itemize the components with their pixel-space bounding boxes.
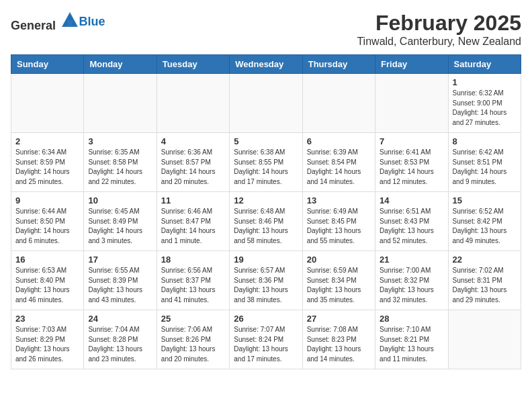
day-info: Sunrise: 6:57 AM Sunset: 8:36 PM Dayligh… (234, 266, 298, 305)
day-info: Sunrise: 6:55 AM Sunset: 8:39 PM Dayligh… (88, 266, 152, 305)
day-info: Sunrise: 7:00 AM Sunset: 8:32 PM Dayligh… (380, 266, 443, 305)
calendar-cell: 26Sunrise: 7:07 AM Sunset: 8:24 PM Dayli… (230, 310, 302, 369)
weekday-header-wednesday: Wednesday (230, 55, 302, 74)
day-info: Sunrise: 6:52 AM Sunset: 8:42 PM Dayligh… (453, 207, 517, 246)
weekday-header-monday: Monday (84, 55, 157, 74)
weekday-header-saturday: Saturday (448, 55, 521, 74)
day-info: Sunrise: 7:03 AM Sunset: 8:29 PM Dayligh… (15, 325, 79, 364)
calendar-cell: 4Sunrise: 6:36 AM Sunset: 8:57 PM Daylig… (157, 133, 229, 192)
calendar-cell: 16Sunrise: 6:53 AM Sunset: 8:40 PM Dayli… (11, 251, 84, 310)
weekday-header-sunday: Sunday (11, 55, 84, 74)
day-info: Sunrise: 7:04 AM Sunset: 8:28 PM Dayligh… (88, 325, 152, 364)
week-row-2: 2Sunrise: 6:34 AM Sunset: 8:59 PM Daylig… (11, 133, 521, 192)
day-info: Sunrise: 6:45 AM Sunset: 8:49 PM Dayligh… (88, 207, 152, 246)
day-info: Sunrise: 7:07 AM Sunset: 8:24 PM Dayligh… (234, 325, 298, 364)
day-number: 28 (380, 314, 443, 324)
day-info: Sunrise: 6:36 AM Sunset: 8:57 PM Dayligh… (161, 148, 225, 187)
day-info: Sunrise: 6:38 AM Sunset: 8:55 PM Dayligh… (234, 148, 298, 187)
day-number: 20 (307, 255, 371, 265)
day-number: 12 (234, 195, 298, 205)
weekday-header-row: SundayMondayTuesdayWednesdayThursdayFrid… (11, 55, 521, 74)
calendar-cell (84, 74, 157, 133)
day-number: 26 (234, 314, 298, 324)
week-row-3: 9Sunrise: 6:44 AM Sunset: 8:50 PM Daylig… (11, 192, 521, 251)
calendar-cell: 20Sunrise: 6:59 AM Sunset: 8:34 PM Dayli… (302, 251, 375, 310)
day-number: 21 (380, 255, 443, 265)
day-number: 25 (161, 314, 225, 324)
main-title: February 2025 (357, 11, 521, 36)
day-number: 6 (307, 136, 371, 146)
logo-icon (60, 11, 79, 30)
calendar-cell: 1Sunrise: 6:32 AM Sunset: 9:00 PM Daylig… (448, 74, 521, 133)
calendar-cell: 6Sunrise: 6:39 AM Sunset: 8:54 PM Daylig… (302, 133, 375, 192)
day-number: 7 (380, 136, 443, 146)
calendar-cell: 25Sunrise: 7:06 AM Sunset: 8:26 PM Dayli… (157, 310, 229, 369)
day-number: 1 (453, 77, 517, 87)
calendar-cell (448, 310, 521, 369)
day-number: 24 (88, 314, 152, 324)
week-row-4: 16Sunrise: 6:53 AM Sunset: 8:40 PM Dayli… (11, 251, 521, 310)
day-info: Sunrise: 6:49 AM Sunset: 8:45 PM Dayligh… (307, 207, 371, 246)
calendar-cell: 2Sunrise: 6:34 AM Sunset: 8:59 PM Daylig… (11, 133, 84, 192)
calendar-cell: 12Sunrise: 6:48 AM Sunset: 8:46 PM Dayli… (230, 192, 302, 251)
logo-general-text: General (11, 19, 56, 32)
calendar-cell: 23Sunrise: 7:03 AM Sunset: 8:29 PM Dayli… (11, 310, 84, 369)
week-row-5: 23Sunrise: 7:03 AM Sunset: 8:29 PM Dayli… (11, 310, 521, 369)
calendar-cell: 5Sunrise: 6:38 AM Sunset: 8:55 PM Daylig… (230, 133, 302, 192)
day-info: Sunrise: 6:46 AM Sunset: 8:47 PM Dayligh… (161, 207, 225, 246)
day-info: Sunrise: 6:41 AM Sunset: 8:53 PM Dayligh… (380, 148, 443, 187)
day-number: 22 (453, 255, 517, 265)
calendar-cell: 11Sunrise: 6:46 AM Sunset: 8:47 PM Dayli… (157, 192, 229, 251)
weekday-header-tuesday: Tuesday (157, 55, 229, 74)
calendar-cell: 10Sunrise: 6:45 AM Sunset: 8:49 PM Dayli… (84, 192, 157, 251)
calendar-cell: 15Sunrise: 6:52 AM Sunset: 8:42 PM Dayli… (448, 192, 521, 251)
logo: General Blue (11, 11, 105, 33)
day-number: 23 (15, 314, 79, 324)
day-info: Sunrise: 6:51 AM Sunset: 8:43 PM Dayligh… (380, 207, 443, 246)
calendar-table: SundayMondayTuesdayWednesdayThursdayFrid… (11, 54, 521, 369)
day-number: 16 (15, 255, 79, 265)
calendar-cell: 24Sunrise: 7:04 AM Sunset: 8:28 PM Dayli… (84, 310, 157, 369)
calendar-cell (157, 74, 229, 133)
calendar-cell: 27Sunrise: 7:08 AM Sunset: 8:23 PM Dayli… (302, 310, 375, 369)
calendar-cell: 7Sunrise: 6:41 AM Sunset: 8:53 PM Daylig… (375, 133, 448, 192)
day-number: 2 (15, 136, 79, 146)
day-number: 17 (88, 255, 152, 265)
day-info: Sunrise: 6:34 AM Sunset: 8:59 PM Dayligh… (15, 148, 79, 187)
calendar-cell: 19Sunrise: 6:57 AM Sunset: 8:36 PM Dayli… (230, 251, 302, 310)
day-info: Sunrise: 7:10 AM Sunset: 8:21 PM Dayligh… (380, 325, 443, 364)
day-info: Sunrise: 6:56 AM Sunset: 8:37 PM Dayligh… (161, 266, 225, 305)
calendar-cell: 21Sunrise: 7:00 AM Sunset: 8:32 PM Dayli… (375, 251, 448, 310)
weekday-header-friday: Friday (375, 55, 448, 74)
day-info: Sunrise: 7:08 AM Sunset: 8:23 PM Dayligh… (307, 325, 371, 364)
header: General Blue February 2025 Tinwald, Cant… (11, 11, 521, 48)
calendar-cell (11, 74, 84, 133)
day-info: Sunrise: 7:02 AM Sunset: 8:31 PM Dayligh… (453, 266, 517, 305)
calendar-cell: 17Sunrise: 6:55 AM Sunset: 8:39 PM Dayli… (84, 251, 157, 310)
week-row-1: 1Sunrise: 6:32 AM Sunset: 9:00 PM Daylig… (11, 74, 521, 133)
calendar-cell: 8Sunrise: 6:42 AM Sunset: 8:51 PM Daylig… (448, 133, 521, 192)
day-number: 10 (88, 195, 152, 205)
day-number: 11 (161, 195, 225, 205)
calendar-cell: 13Sunrise: 6:49 AM Sunset: 8:45 PM Dayli… (302, 192, 375, 251)
day-info: Sunrise: 6:48 AM Sunset: 8:46 PM Dayligh… (234, 207, 298, 246)
day-info: Sunrise: 6:44 AM Sunset: 8:50 PM Dayligh… (15, 207, 79, 246)
day-info: Sunrise: 6:59 AM Sunset: 8:34 PM Dayligh… (307, 266, 371, 305)
calendar-cell: 28Sunrise: 7:10 AM Sunset: 8:21 PM Dayli… (375, 310, 448, 369)
day-info: Sunrise: 6:53 AM Sunset: 8:40 PM Dayligh… (15, 266, 79, 305)
day-number: 19 (234, 255, 298, 265)
day-number: 15 (453, 195, 517, 205)
calendar-cell (230, 74, 302, 133)
calendar-cell (302, 74, 375, 133)
day-number: 3 (88, 136, 152, 146)
weekday-header-thursday: Thursday (302, 55, 375, 74)
calendar-cell: 22Sunrise: 7:02 AM Sunset: 8:31 PM Dayli… (448, 251, 521, 310)
day-info: Sunrise: 6:35 AM Sunset: 8:58 PM Dayligh… (88, 148, 152, 187)
calendar-cell: 9Sunrise: 6:44 AM Sunset: 8:50 PM Daylig… (11, 192, 84, 251)
calendar-cell (375, 74, 448, 133)
day-number: 5 (234, 136, 298, 146)
day-info: Sunrise: 7:06 AM Sunset: 8:26 PM Dayligh… (161, 325, 225, 364)
day-info: Sunrise: 6:39 AM Sunset: 8:54 PM Dayligh… (307, 148, 371, 187)
calendar-cell: 18Sunrise: 6:56 AM Sunset: 8:37 PM Dayli… (157, 251, 229, 310)
day-number: 9 (15, 195, 79, 205)
